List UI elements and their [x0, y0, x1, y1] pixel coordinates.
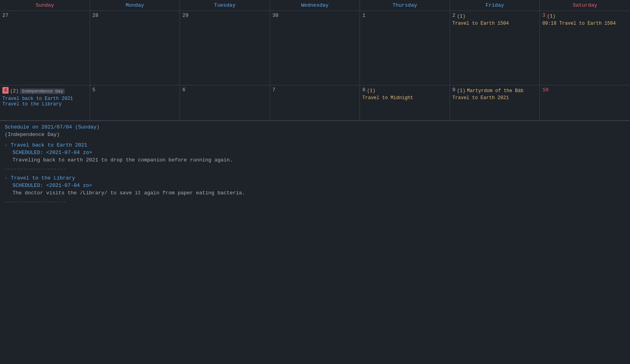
day-number-3: 3: [542, 13, 545, 18]
schedule-item-1-title: Travel back to Earth 2021: [5, 142, 625, 148]
header-monday: Monday: [90, 0, 180, 11]
header-thursday: Thursday: [360, 0, 450, 11]
day-8-count: (1): [367, 88, 376, 94]
day-number-2: 2: [452, 13, 456, 18]
day-4-event-1: Travel back to Earth 2021: [2, 96, 87, 101]
day-28[interactable]: 28: [90, 11, 180, 85]
day-27[interactable]: 27: [0, 11, 90, 85]
schedule-divider-2: --------------------: [5, 199, 625, 205]
day-9[interactable]: 9 (1) Martyrdom of the Báb Travel to Ear…: [450, 85, 540, 121]
schedule-section: Schedule on 2021/07/04 (Sunday) (Indepen…: [0, 121, 630, 211]
day-6[interactable]: 6: [180, 85, 270, 121]
day-4-count: (2): [10, 89, 19, 94]
schedule-divider-1: --------------------: [5, 166, 625, 172]
schedule-item-2-description: The doctor visits the /Library/ to save …: [13, 190, 625, 196]
schedule-item-2: Travel to the Library SCHEDULED: <2021-0…: [5, 175, 625, 196]
day-3-header: 3 (1): [542, 13, 628, 20]
schedule-item-2-scheduled: SCHEDULED: <2021-07-04 zo>: [13, 183, 625, 188]
day-29[interactable]: 29: [180, 11, 270, 85]
header-tuesday: Tuesday: [180, 0, 270, 11]
day-4-holiday: Independence Day: [20, 89, 65, 94]
day-number-5: 5: [93, 87, 178, 93]
day-number-1: 1: [362, 13, 447, 18]
day-number-9: 9: [452, 87, 456, 93]
day-4-header: 4 (2) Independence Day: [2, 87, 87, 95]
day-4[interactable]: 4 (2) Independence Day Travel back to Ea…: [0, 85, 90, 121]
day-number-10: 10: [542, 87, 628, 93]
schedule-item-1: Travel back to Earth 2021 SCHEDULED: <20…: [5, 142, 625, 163]
day-9-holiday: Martyrdom of the Báb: [467, 88, 523, 94]
week1-row: 27 28 29 30 1 2 (1) Travel to Earth 1504: [0, 11, 630, 85]
day-9-event-1: Travel to Earth 2021: [452, 95, 537, 101]
day-5[interactable]: 5: [90, 85, 180, 121]
week2-row: 4 (2) Independence Day Travel back to Ea…: [0, 85, 630, 121]
day-2-header: 2 (1): [452, 13, 537, 20]
day-1[interactable]: 1: [360, 11, 450, 85]
header-sunday: Sunday: [0, 0, 90, 11]
schedule-item-1-scheduled: SCHEDULED: <2021-07-04 zo>: [13, 150, 625, 156]
schedule-item-1-description: Traveling back to earth 2021 to drop the…: [13, 157, 625, 163]
day-8-header: 8 (1): [362, 87, 447, 94]
day-3-count: (1): [547, 14, 556, 19]
day-number-27: 27: [2, 13, 87, 18]
day-number-8: 8: [362, 87, 365, 93]
day-number-28: 28: [93, 13, 178, 18]
day-3[interactable]: 3 (1) 09:18 Travel to Earth 1504: [540, 11, 630, 85]
calendar-container: Sunday Monday Tuesday Wednesday Thursday…: [0, 0, 630, 211]
day-8-event-1: Travel to Midnight: [362, 95, 447, 101]
day-30[interactable]: 30: [270, 11, 360, 85]
day-9-header: 9 (1) Martyrdom of the Báb: [452, 87, 537, 94]
day-3-event-1: 09:18 Travel to Earth 1504: [542, 21, 628, 26]
day-8[interactable]: 8 (1) Travel to Midnight: [360, 85, 450, 121]
calendar-header: Sunday Monday Tuesday Wednesday Thursday…: [0, 0, 630, 11]
day-number-29: 29: [182, 13, 267, 18]
day-2[interactable]: 2 (1) Travel to Earth 1504: [450, 11, 540, 85]
schedule-item-2-title: Travel to the Library: [5, 175, 625, 181]
header-friday: Friday: [450, 0, 540, 11]
day-7[interactable]: 7: [270, 85, 360, 121]
day-9-count: (1): [457, 88, 466, 94]
header-wednesday: Wednesday: [270, 0, 360, 11]
day-2-event-1: Travel to Earth 1504: [452, 21, 537, 26]
header-saturday: Saturday: [540, 0, 630, 11]
day-number-30: 30: [272, 13, 358, 18]
schedule-header: Schedule on 2021/07/04 (Sunday): [5, 124, 625, 130]
day-2-count: (1): [457, 14, 466, 19]
day-number-4: 4: [2, 87, 9, 94]
day-number-7: 7: [272, 87, 358, 93]
schedule-holiday: (Independence Day): [5, 132, 625, 138]
day-number-6: 6: [182, 87, 267, 93]
day-10[interactable]: 10: [540, 85, 630, 121]
day-4-event-2: Travel to the Library: [2, 101, 87, 107]
